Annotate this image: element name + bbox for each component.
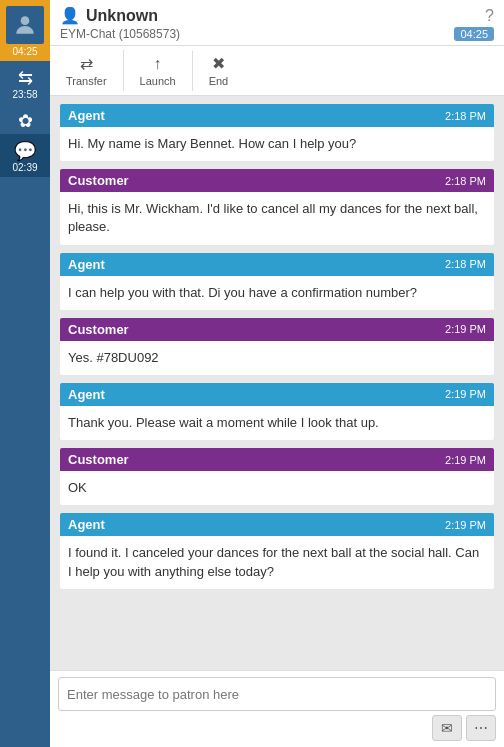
- launch-button[interactable]: ↑ Launch: [124, 51, 193, 91]
- message-body: I found it. I canceled your dances for t…: [60, 536, 494, 588]
- message-body: Thank you. Please wait a moment while I …: [60, 406, 494, 440]
- people-icon: ✿: [18, 112, 33, 130]
- input-actions: ✉ ⋯: [58, 715, 496, 741]
- message-time: 2:19 PM: [445, 519, 486, 531]
- send-icon: ✉: [441, 720, 453, 736]
- sidebar-item-chat[interactable]: 💬 02:39: [0, 134, 50, 177]
- message-time: 2:18 PM: [445, 258, 486, 270]
- message-body: OK: [60, 471, 494, 505]
- sidebar-item-people[interactable]: ✿: [0, 104, 50, 134]
- message-sender: Agent: [68, 387, 105, 402]
- active-chat-item[interactable]: 04:25: [0, 0, 50, 61]
- launch-icon: ↑: [154, 55, 162, 73]
- chat-title: 👤 Unknown: [60, 6, 158, 25]
- message-block: Customer2:19 PMOK: [60, 448, 494, 505]
- message-time: 2:18 PM: [445, 175, 486, 187]
- send-button[interactable]: ✉: [432, 715, 462, 741]
- wave-count: 23:58: [12, 89, 37, 100]
- message-block: Agent2:18 PMI can help you with that. Di…: [60, 253, 494, 310]
- transfer-label: Transfer: [66, 75, 107, 87]
- message-body: Yes. #78DU092: [60, 341, 494, 375]
- chat-bubble-icon: 💬: [14, 142, 36, 160]
- extra-action-button[interactable]: ⋯: [466, 715, 496, 741]
- message-sender: Customer: [68, 452, 129, 467]
- message-time: 2:19 PM: [445, 454, 486, 466]
- message-time: 2:18 PM: [445, 110, 486, 122]
- message-sender: Agent: [68, 257, 105, 272]
- toolbar: ⇄ Transfer ↑ Launch ✖ End: [50, 46, 504, 96]
- chat-messages: Agent2:18 PMHi. My name is Mary Bennet. …: [50, 96, 504, 670]
- avatar: [6, 6, 44, 44]
- message-sender: Customer: [68, 173, 129, 188]
- message-block: Agent2:19 PMI found it. I canceled your …: [60, 513, 494, 588]
- active-chat-time: 04:25: [12, 46, 37, 57]
- sidebar-item-wave[interactable]: ⇆ 23:58: [0, 61, 50, 104]
- message-body: I can help you with that. Di you have a …: [60, 276, 494, 310]
- chat-time-badge: 04:25: [454, 27, 494, 41]
- transfer-icon: ⇄: [80, 54, 93, 73]
- message-time: 2:19 PM: [445, 388, 486, 400]
- message-body: Hi. My name is Mary Bennet. How can I he…: [60, 127, 494, 161]
- message-sender: Customer: [68, 322, 129, 337]
- svg-point-0: [21, 16, 30, 25]
- message-time: 2:19 PM: [445, 323, 486, 335]
- message-block: Customer2:18 PMHi, this is Mr. Wickham. …: [60, 169, 494, 244]
- message-block: Agent2:18 PMHi. My name is Mary Bennet. …: [60, 104, 494, 161]
- message-block: Agent2:19 PMThank you. Please wait a mom…: [60, 383, 494, 440]
- message-sender: Agent: [68, 517, 105, 532]
- extra-icon: ⋯: [474, 720, 488, 736]
- chat-subtitle: EYM-Chat (10568573): [60, 27, 180, 41]
- message-block: Customer2:19 PMYes. #78DU092: [60, 318, 494, 375]
- message-sender: Agent: [68, 108, 105, 123]
- user-icon: 👤: [60, 6, 80, 25]
- message-body: Hi, this is Mr. Wickham. I'd like to can…: [60, 192, 494, 244]
- chat-header: 👤 Unknown ? EYM-Chat (10568573) 04:25: [50, 0, 504, 46]
- contact-name: Unknown: [86, 7, 158, 25]
- chat-main: 👤 Unknown ? EYM-Chat (10568573) 04:25 ⇄ …: [50, 0, 504, 747]
- sidebar: 04:25 ⇆ 23:58 ✿ 💬 02:39: [0, 0, 50, 747]
- end-icon: ✖: [212, 54, 225, 73]
- launch-label: Launch: [140, 75, 176, 87]
- help-icon[interactable]: ?: [485, 7, 494, 25]
- chat-count: 02:39: [12, 162, 37, 173]
- wave-icon: ⇆: [18, 69, 33, 87]
- end-label: End: [209, 75, 229, 87]
- end-button[interactable]: ✖ End: [193, 50, 245, 91]
- chat-input-area: ✉ ⋯: [50, 670, 504, 747]
- transfer-button[interactable]: ⇄ Transfer: [50, 50, 124, 91]
- message-input[interactable]: [58, 677, 496, 711]
